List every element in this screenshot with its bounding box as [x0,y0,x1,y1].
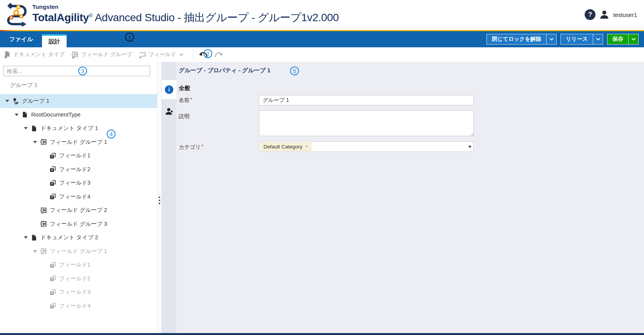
expand-arrow-icon[interactable] [24,236,31,239]
field-plus-icon [138,51,146,59]
tree-item-label: フィールド4 [59,193,91,200]
doc-icon [31,234,40,241]
tree-item-label: フィールド1 [59,152,91,159]
field-icon: T [49,152,59,159]
tree-item[interactable]: Tフィールド2 [0,163,157,177]
menu-tabs: ファイル 設計 [0,31,67,47]
toolbar-separator [193,50,193,59]
svg-text:T: T [51,277,53,281]
doc-icon [31,125,40,132]
person-dot-icon [165,107,174,116]
tree-item[interactable]: Tフィールド2 [0,272,157,286]
brand-block: Tungsten TotalAgility® Advanced Studio -… [32,3,339,25]
tab-general-info[interactable]: i [162,80,176,99]
svg-text:T: T [51,182,53,185]
tree-item[interactable]: Tフィールド4 [0,299,157,313]
redo-button[interactable] [214,51,223,58]
tab-permissions[interactable] [162,103,176,119]
expand-arrow-icon[interactable] [33,141,40,143]
field-icon: T [49,289,59,296]
add-field-button[interactable]: フィールド [138,51,185,59]
help-icon[interactable]: ? [585,9,595,20]
release-button[interactable]: リリース [560,34,603,45]
description-field[interactable] [259,110,474,136]
brand-name: Tungsten [32,3,339,10]
expand-arrow-icon[interactable] [15,113,22,116]
tab-file[interactable]: ファイル [0,31,42,47]
title-suffix: Advanced Studio - 抽出グループ - グループ1v2.000 [92,12,339,23]
release-button-label[interactable]: リリース [561,34,593,44]
tree-panel: グループ 1 グループ 1RootDocumentTypeドキュメント タイプ … [0,62,157,333]
field-icon: T [49,302,59,309]
remove-tag-icon[interactable]: × [305,144,308,149]
add-field-group-button[interactable]: フィールド グループ [71,51,132,59]
tree-item-label: フィールド グループ 1 [50,138,107,146]
fieldgroup-icon [40,138,50,145]
expand-arrow-icon[interactable] [24,127,31,130]
chevron-down-icon[interactable] [593,34,603,44]
breadcrumb: グループ 1 [10,82,37,89]
annotation-2: 2 [203,49,212,58]
field-icon: T [49,180,59,187]
user-avatar-icon[interactable] [599,9,610,20]
close-unlock-button-label[interactable]: 閉じてロックを解除 [487,34,546,44]
chevron-down-icon[interactable] [179,53,184,56]
tree-item-label: フィールド2 [59,166,91,173]
tree-item[interactable]: Tフィールド1 [0,258,157,272]
required-asterisk: * [190,97,192,102]
tree-item[interactable]: Tフィールド4 [0,190,157,204]
tree-item[interactable]: Tフィールド3 [0,176,157,190]
tree-item[interactable]: フィールド グループ 3 [0,217,157,231]
design-toolbar: ドキュメント タイプ フィールド グループ フィールド [0,47,644,62]
annotation-3: 3 [78,67,87,75]
tab-design[interactable]: 設計 [42,34,67,47]
close-unlock-button[interactable]: 閉じてロックを解除 [486,34,557,45]
category-select[interactable]: Default Category × [259,141,474,152]
save-button[interactable]: 保存 [607,34,639,45]
category-field-label: カテゴリ* [179,144,203,151]
required-asterisk: * [201,144,203,149]
fieldgroup-icon [40,220,50,227]
tree-item-label: フィールド グループ 1 [50,248,107,255]
workspace-body: グループ 1 グループ 1RootDocumentTypeドキュメント タイプ … [0,62,644,333]
annotation-4: 4 [107,130,116,138]
chevron-down-icon[interactable] [628,34,638,44]
add-document-type-button[interactable]: ドキュメント タイプ [3,51,65,59]
tungsten-logo-icon [5,3,28,27]
tree-item[interactable]: Tフィールド1 [0,149,157,163]
header-right: ? testuser1 [585,9,637,20]
tree-item[interactable]: フィールド グループ 1 [0,245,157,258]
select-dropdown-arrow-icon[interactable] [468,146,471,148]
search-input[interactable] [3,66,150,76]
save-button-label[interactable]: 保存 [607,34,628,44]
name-field-label: 名前* [179,97,192,104]
name-field[interactable] [259,95,474,105]
section-title: 全般 [179,85,190,92]
field-group-plus-icon [71,51,79,59]
tree-item[interactable]: フィールド グループ 2 [0,203,157,217]
tree-item[interactable]: ドキュメント タイプ 2 [0,231,157,245]
svg-text:T: T [51,195,53,199]
app-header: Tungsten TotalAgility® Advanced Studio -… [0,0,644,30]
tree-item[interactable]: フィールド グループ 1 [0,135,157,149]
svg-text:T: T [51,305,53,308]
tree-item[interactable]: ドキュメント タイプ 1 [0,122,157,135]
menubar-actions: 閉じてロックを解除 リリース 保存 [486,34,639,45]
info-icon: i [165,85,173,94]
property-panel: グループ - プロパティ - グループ 1 全般 名前* 説明 カテゴリ* De… [176,62,644,333]
add-field-group-label: フィールド グループ [81,51,132,58]
field-icon: T [49,166,59,173]
splitter-grip-icon[interactable] [159,197,160,204]
category-tag-label: Default Category [263,144,302,150]
field-icon: T [49,275,59,282]
expand-arrow-icon[interactable] [5,100,12,102]
svg-text:T: T [51,263,53,267]
chevron-down-icon[interactable] [546,34,556,44]
tree-item[interactable]: グループ 1 [0,94,157,108]
annotation-1: 1 [125,33,134,42]
tree-item[interactable]: RootDocumentType [0,108,157,122]
property-panel-title: グループ - プロパティ - グループ 1 [179,67,270,74]
tree-item[interactable]: Tフィールド3 [0,285,157,299]
expand-arrow-icon[interactable] [33,250,40,253]
panel-splitter[interactable] [157,62,162,333]
